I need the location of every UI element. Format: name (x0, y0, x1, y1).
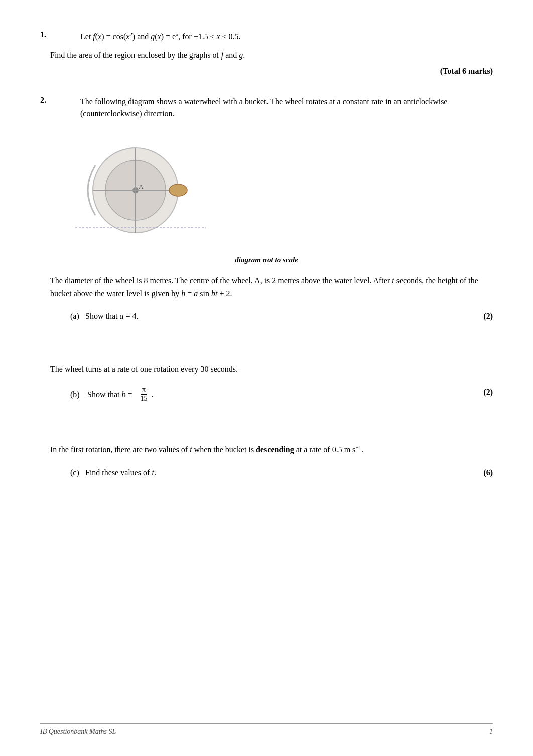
q2-part-b-marks: (2) (483, 386, 493, 399)
q2-part-a-text: Show that a = 4. (85, 310, 138, 323)
footer-right: 1 (489, 728, 493, 736)
q2-wheel-text: The wheel turns at a rate of one rotatio… (50, 363, 483, 376)
q2-part-c-label: (c) (70, 466, 85, 479)
q2-part-c-marks: (6) (483, 466, 493, 479)
svg-text:A: A (139, 183, 144, 190)
q2-fraction-denominator: 15 (139, 395, 148, 403)
q2-part-a: (a) Show that a = 4. (2) (70, 310, 493, 323)
q1-total-marks: (Total 6 marks) (40, 67, 493, 76)
page-footer: IB Questionbank Maths SL 1 (40, 723, 493, 736)
q2-part-c-text: Find these values of t. (85, 466, 156, 479)
q2-part-b-text-post: . (151, 388, 153, 401)
q2-part-a-label: (a) (70, 310, 85, 323)
svg-point-6 (169, 184, 187, 196)
q2-header: The following diagram shows a waterwheel… (80, 96, 493, 120)
question-1: 1. Let f(x) = cos(x2) and g(x) = ex, for… (40, 30, 493, 76)
q2-part-b-label: (b) (70, 388, 85, 401)
q2-description: The diameter of the wheel is 8 metres. T… (50, 274, 483, 300)
q1-number: 1. (40, 30, 80, 39)
q2-part-b-text-pre: Show that b = (87, 388, 134, 401)
q2-fraction-numerator: π (141, 386, 147, 395)
q2-descent-text: In the first rotation, there are two val… (50, 443, 483, 456)
waterwheel-svg: A (70, 135, 211, 245)
q2-part-c: (c) Find these values of t. (6) (70, 466, 493, 479)
question-2: 2. The following diagram shows a waterwh… (40, 96, 493, 479)
waterwheel-diagram: A (70, 135, 211, 245)
q2-part-b-fraction: π 15 (139, 386, 148, 403)
q1-body: Find the area of the region enclosed by … (50, 49, 493, 62)
q1-header: Let f(x) = cos(x2) and g(x) = ex, for −1… (80, 30, 493, 43)
q2-part-a-marks: (2) (483, 310, 493, 323)
q2-part-b: (b) Show that b = π 15 . (2) (70, 386, 493, 403)
page: 1. Let f(x) = cos(x2) and g(x) = ex, for… (0, 0, 533, 756)
diagram-caption: diagram not to scale (40, 256, 493, 264)
q2-number: 2. (40, 96, 80, 105)
footer-left: IB Questionbank Maths SL (40, 728, 116, 736)
